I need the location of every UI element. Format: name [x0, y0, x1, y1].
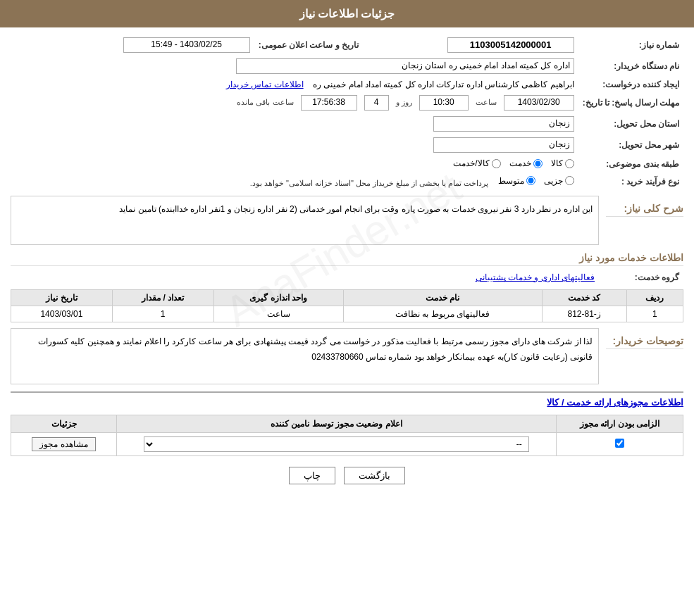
- sharh-section: شرح کلی نیاز: این اداره در نظر دارد 3 نف…: [11, 196, 683, 245]
- khedmat-label: خدمت: [509, 158, 531, 168]
- name-dastgah-label: نام دستگاه خریدار:: [578, 56, 683, 77]
- tabaqe-label: طبقه بندی موضوعی:: [578, 156, 683, 173]
- tabaqe-group: کالا خدمت کالا/خدمت: [453, 158, 574, 168]
- jozii-label: جزیی: [544, 176, 563, 186]
- table-row: 1ز-81-812فعالیتهای مربوط به نظافتساعت114…: [11, 306, 683, 322]
- col-kod: کد خدمت: [542, 290, 626, 306]
- mohlat-label: مهلت ارسال پاسخ: تا تاریخ:: [578, 92, 683, 113]
- view-permit-button[interactable]: مشاهده مجوز: [32, 437, 95, 451]
- permit-checkbox[interactable]: [615, 439, 624, 448]
- shomara-value: 1103005142000001: [447, 37, 574, 53]
- tozihat-text: لذا از شرکت های دارای مجوز رسمی مرتبط با…: [11, 328, 599, 384]
- ijad-konande-label: ایجاد کننده درخواست:: [578, 77, 683, 92]
- print-button[interactable]: چاپ: [289, 467, 335, 484]
- saat-label: ساعت: [476, 98, 497, 106]
- remaining-label: ساعت باقی مانده: [237, 98, 293, 106]
- radio-kala[interactable]: کالا: [551, 158, 574, 168]
- ijad-konande-value: ابراهیم کاظمی کارشناس اداره تدارکات ادار…: [313, 80, 574, 89]
- permit-col-details: جزئیات: [11, 415, 117, 433]
- page-header: جزئیات اطلاعات نیاز: [0, 0, 694, 27]
- col-tarikh: تاریخ نیاز: [11, 290, 113, 306]
- mojavez-link[interactable]: اطلاعات مجوزهای ارائه خدمت / کالا: [547, 397, 683, 408]
- ostan-label: استان محل تحویل:: [578, 113, 683, 134]
- kala-label: کالا: [551, 158, 563, 168]
- cell-vahed: ساعت: [213, 306, 343, 322]
- sharh-title: شرح کلی نیاز:: [606, 203, 683, 217]
- nooe-farayand-label: نوع فرآیند خرید :: [578, 173, 683, 191]
- mohlat-date: 1403/02/30: [504, 95, 574, 111]
- mojavez-section: اطلاعات مجوزهای ارائه خدمت / کالا: [11, 391, 683, 408]
- tozihat-section: توصیحات خریدار: لذا از شرکت های دارای مج…: [11, 328, 683, 384]
- col-vahed: واحد اندازه گیری: [213, 290, 343, 306]
- permit-col-status: اعلام وضعیت مجوز توسط نامین کننده: [117, 415, 557, 433]
- page-title: جزئیات اطلاعات نیاز: [299, 8, 395, 20]
- motavaset-label: متوسط: [498, 176, 524, 186]
- shahr-value: زنجان: [433, 137, 574, 153]
- remaining-time: 17:56:38: [301, 95, 357, 111]
- mohlat-saat-value: 10:30: [419, 95, 469, 111]
- permit-col-elzami: الزامی بودن ارائه مجوز: [557, 415, 683, 433]
- button-row: بازگشت چاپ: [11, 467, 683, 484]
- sharh-text: این اداره در نظر دارد 3 نفر نیروی خدمات …: [11, 196, 599, 245]
- radio-motavaset[interactable]: متوسط: [498, 176, 535, 186]
- cell-tedaad: 1: [112, 306, 213, 322]
- permit-row: -- مشاهده مجوز: [11, 433, 683, 456]
- grooh-value[interactable]: فعالیتهای اداری و خدمات پشتیبانی: [476, 272, 595, 282]
- mohlat-rooz-value: 4: [364, 95, 389, 111]
- ostan-value: زنجان: [433, 116, 574, 132]
- rooz-label: روز و: [396, 98, 412, 106]
- col-name: نام خدمت: [343, 290, 542, 306]
- permit-status-select[interactable]: --: [144, 436, 528, 452]
- cell-kod: ز-81-812: [542, 306, 626, 322]
- main-info-table: شماره نیاز: 1103005142000001 تاریخ و ساع…: [11, 34, 683, 190]
- grooh-table: گروه خدمت: فعالیتهای اداری و خدمات پشتیب…: [11, 270, 683, 285]
- back-button[interactable]: بازگشت: [344, 467, 405, 484]
- radio-kala-khedmat[interactable]: کالا/خدمت: [453, 158, 500, 168]
- cell-radif: 1: [626, 306, 683, 322]
- col-tedaad: تعداد / مقدار: [112, 290, 213, 306]
- name-dastgah-value: اداره کل کمیته امداد امام خمینی ره استان…: [236, 58, 574, 74]
- tozihat-title: توصیحات خریدار:: [606, 335, 683, 349]
- permit-table: الزامی بودن ارائه مجوز اعلام وضعیت مجوز …: [11, 415, 683, 456]
- cell-tarikh: 1403/03/01: [11, 306, 113, 322]
- services-grid: ردیف کد خدمت نام خدمت واحد اندازه گیری ت…: [11, 289, 683, 322]
- grooh-label: گروه خدمت:: [599, 270, 683, 285]
- tarikh-saat-value: 1403/02/25 - 15:49: [123, 37, 250, 53]
- col-radif: ردیف: [626, 290, 683, 306]
- nooe-group: جزیی متوسط: [498, 176, 574, 186]
- contact-link[interactable]: اطلاعات تماس خریدار: [226, 80, 304, 89]
- shahr-label: شهر محل تحویل:: [578, 134, 683, 156]
- payment-note: پرداخت تمام یا بخشی از مبلغ خریداز محل "…: [250, 178, 489, 187]
- radio-jozii[interactable]: جزیی: [544, 176, 574, 186]
- khedamat-title: اطلاعات خدمات مورد نیاز: [11, 252, 683, 266]
- cell-name: فعالیتهای مربوط به نظافت: [343, 306, 542, 322]
- tarikh-saat-label: تاریخ و ساعت اعلان عمومی:: [254, 34, 395, 56]
- kala-khedmat-label: کالا/خدمت: [453, 158, 489, 168]
- shomara-label: شماره نیاز:: [578, 34, 683, 56]
- radio-khedmat[interactable]: خدمت: [509, 158, 543, 168]
